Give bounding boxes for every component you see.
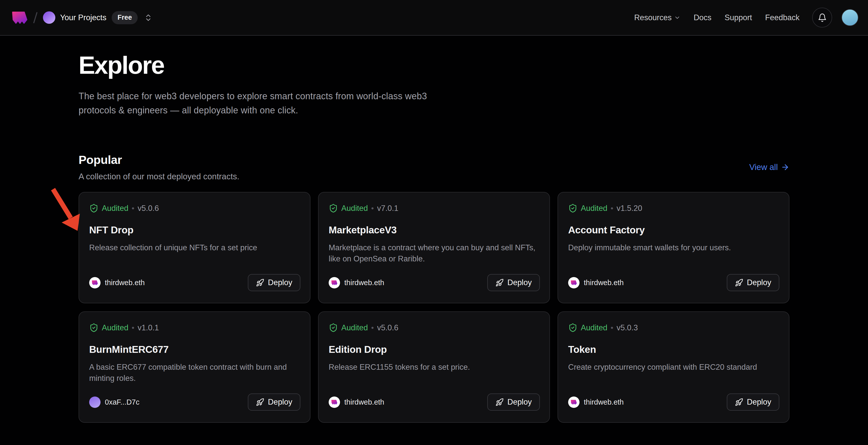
thirdweb-explore-page: Your Projects Free ResourcesDocsSupportF…: [0, 0, 868, 445]
deploy-button[interactable]: Deploy: [727, 393, 780, 411]
badge-separator-dot: •: [132, 323, 134, 332]
audited-label: Audited: [341, 204, 368, 213]
chevron-down-icon: [674, 14, 681, 21]
contract-title[interactable]: MarketplaceV3: [329, 224, 540, 235]
rocket-icon: [735, 398, 743, 406]
view-all-link[interactable]: View all: [749, 162, 789, 172]
contract-description: Release ERC1155 tokens for a set price.: [329, 362, 540, 373]
contract-title[interactable]: Edition Drop: [329, 344, 540, 355]
contract-title[interactable]: NFT Drop: [89, 224, 300, 235]
deploy-label: Deploy: [507, 398, 532, 407]
publisher[interactable]: 0xaF...D7c: [89, 396, 140, 408]
nav-link-support[interactable]: Support: [724, 13, 752, 22]
card-footer: thirdweb.eth Deploy: [568, 274, 779, 291]
card-badge-row: Audited • v5.0.3: [568, 323, 779, 332]
plan-badge: Free: [112, 11, 138, 24]
contract-card[interactable]: Audited • v5.0.3 Token Create cryptocurr…: [558, 311, 789, 423]
contract-version: v1.0.1: [138, 323, 159, 332]
card-badge-row: Audited • v5.0.6: [329, 323, 540, 332]
shield-check-icon: [89, 323, 98, 332]
publisher-name: thirdweb.eth: [344, 398, 384, 406]
rocket-icon: [256, 398, 264, 406]
cards-grid: Audited • v5.0.6 NFT Drop Release collec…: [79, 192, 789, 423]
main-content: Explore The best place for web3 develope…: [79, 36, 789, 423]
deploy-button[interactable]: Deploy: [248, 393, 301, 411]
card-footer: thirdweb.eth Deploy: [329, 274, 540, 291]
thirdweb-logo-icon: [571, 400, 577, 405]
thirdweb-logo-icon: [571, 280, 577, 285]
publisher-avatar: [329, 396, 340, 408]
top-navbar: Your Projects Free ResourcesDocsSupportF…: [0, 0, 868, 36]
shield-check-icon: [568, 203, 578, 213]
shield-check-icon: [568, 323, 578, 332]
deploy-button[interactable]: Deploy: [487, 274, 540, 291]
project-name[interactable]: Your Projects: [60, 13, 106, 22]
contract-description: A basic ERC677 compatible token contract…: [89, 362, 300, 384]
nav-link-feedback[interactable]: Feedback: [765, 13, 800, 22]
user-avatar[interactable]: [841, 9, 859, 26]
publisher[interactable]: thirdweb.eth: [329, 277, 384, 288]
project-avatar[interactable]: [43, 11, 55, 24]
audited-label: Audited: [581, 204, 607, 213]
nav-links: ResourcesDocsSupportFeedback: [634, 13, 800, 22]
popular-title: Popular: [79, 153, 240, 167]
contract-title[interactable]: BurnMintERC677: [89, 344, 300, 355]
audited-label: Audited: [341, 323, 368, 332]
thirdweb-logo-icon: [331, 400, 338, 405]
card-badge-row: Audited • v7.0.1: [329, 203, 540, 213]
publisher-name: thirdweb.eth: [344, 279, 384, 287]
contract-version: v5.0.6: [138, 204, 159, 213]
contract-version: v7.0.1: [377, 204, 398, 213]
notifications-button[interactable]: [812, 7, 832, 28]
shield-check-icon: [329, 323, 338, 332]
card-badge-row: Audited • v1.5.20: [568, 203, 779, 213]
contract-card[interactable]: Audited • v1.0.1 BurnMintERC677 A basic …: [79, 311, 310, 423]
deploy-button[interactable]: Deploy: [727, 274, 780, 291]
arrow-right-icon: [781, 163, 789, 171]
view-all-label: View all: [749, 162, 778, 172]
nav-link-docs[interactable]: Docs: [694, 13, 712, 22]
bell-icon: [818, 13, 827, 22]
audited-label: Audited: [102, 204, 128, 213]
rocket-icon: [495, 279, 504, 287]
card-footer: thirdweb.eth Deploy: [89, 274, 300, 291]
thirdweb-logo-icon: [92, 280, 98, 285]
publisher[interactable]: thirdweb.eth: [89, 277, 145, 288]
deploy-button[interactable]: Deploy: [248, 274, 301, 291]
publisher-avatar: [89, 396, 100, 408]
contract-card[interactable]: Audited • v1.5.20 Account Factory Deploy…: [558, 192, 789, 303]
nav-link-label: Docs: [694, 13, 712, 22]
thirdweb-logo[interactable]: [11, 10, 28, 25]
publisher[interactable]: thirdweb.eth: [568, 396, 624, 408]
badge-separator-dot: •: [371, 323, 374, 332]
project-switcher-button[interactable]: [144, 13, 153, 22]
publisher-name: thirdweb.eth: [584, 279, 624, 287]
contract-description: Create cryptocurrency compliant with ERC…: [568, 362, 779, 373]
page-subtitle: The best place for web3 developers to ex…: [79, 89, 458, 118]
publisher[interactable]: thirdweb.eth: [568, 277, 624, 288]
contract-version: v5.0.6: [377, 323, 398, 332]
deploy-label: Deploy: [507, 278, 532, 287]
rocket-icon: [495, 398, 504, 406]
audited-label: Audited: [581, 323, 607, 332]
contract-card[interactable]: Audited • v7.0.1 MarketplaceV3 Marketpla…: [318, 192, 550, 303]
card-badge-row: Audited • v5.0.6: [89, 203, 300, 213]
contract-card[interactable]: Audited • v5.0.6 Edition Drop Release ER…: [318, 311, 550, 423]
contract-card[interactable]: Audited • v5.0.6 NFT Drop Release collec…: [79, 192, 310, 303]
deploy-label: Deploy: [268, 278, 292, 287]
page-title: Explore: [79, 36, 789, 79]
deploy-label: Deploy: [747, 398, 772, 407]
popular-heading-group: Popular A collection of our most deploye…: [79, 153, 240, 181]
contract-description: Marketplace is a contract where you can …: [329, 242, 540, 264]
publisher-name: thirdweb.eth: [584, 398, 624, 406]
contract-title[interactable]: Account Factory: [568, 224, 779, 235]
rocket-icon: [735, 279, 743, 287]
nav-link-label: Feedback: [765, 13, 800, 22]
deploy-button[interactable]: Deploy: [487, 393, 540, 411]
badge-separator-dot: •: [371, 204, 374, 213]
publisher-avatar: [329, 277, 340, 288]
card-badge-row: Audited • v1.0.1: [89, 323, 300, 332]
contract-title[interactable]: Token: [568, 344, 779, 355]
publisher[interactable]: thirdweb.eth: [329, 396, 384, 408]
nav-link-resources[interactable]: Resources: [634, 13, 680, 22]
